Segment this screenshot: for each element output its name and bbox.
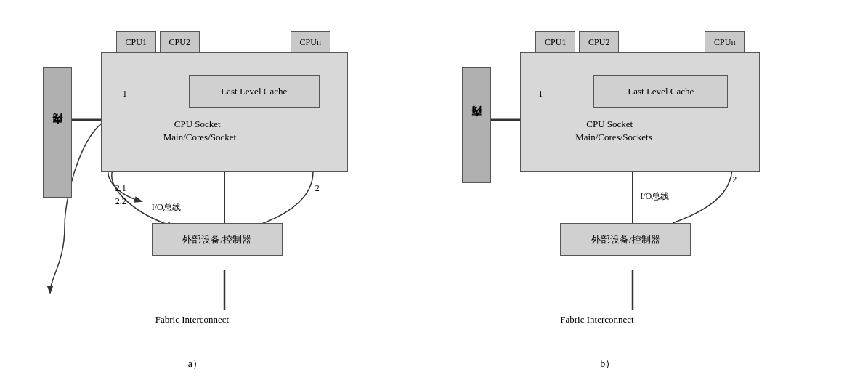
diagram-a: 内存 CPU1 CPU2 CPUn Last Level Cache CPU S… [28, 9, 421, 379]
diagram-a-cpun: CPUn [291, 31, 330, 53]
diagram-b-num1: 1 [538, 89, 543, 100]
diagram-b-fabric: Fabric Interconnect [560, 314, 633, 326]
diagram-b-num2: 2 [732, 174, 737, 185]
diagram-b-socket-box: CPU1 CPU2 CPUn Last Level Cache CPU Sock… [520, 52, 760, 172]
diagram-a-socket-box: CPU1 CPU2 CPUn Last Level Cache CPU Sock… [101, 52, 348, 172]
diagram-a-cpu2: CPU2 [160, 31, 200, 53]
diagram-a-socket-label2: Main/Cores/Socket [163, 132, 236, 143]
diagram-b-cpun: CPUn [705, 31, 745, 53]
diagram-b-io-bus: I/O总线 [640, 190, 669, 203]
diagram-a-llc: Last Level Cache [189, 75, 320, 108]
diagrams-container: 内存 CPU1 CPU2 CPUn Last Level Cache CPU S… [0, 0, 868, 388]
diagram-a-fabric: Fabric Interconnect [155, 314, 229, 326]
diagram-a-label: a） [188, 357, 203, 371]
diagram-a-num2-2: 2.2 [115, 196, 126, 207]
diagram-b-memory: 内存 [462, 67, 491, 183]
diagram-a-socket-label1: CPU Socket [174, 118, 221, 130]
diagram-a-cpu1: CPU1 [116, 31, 156, 53]
diagram-a-num2: 2 [315, 183, 320, 194]
diagram-b-label: b） [600, 357, 615, 371]
diagram-a-io-device: 外部设备/控制器 [152, 223, 283, 256]
diagram-b: 内存 CPU1 CPU2 CPUn Last Level Cache CPU S… [447, 9, 840, 379]
diagram-a-memory: 内存 [43, 67, 72, 198]
diagram-b-llc: Last Level Cache [593, 75, 728, 108]
diagram-b-socket-label2: Main/Cores/Sockets [575, 132, 652, 143]
diagram-b-cpu2: CPU2 [579, 31, 619, 53]
diagram-b-socket-label1: CPU Socket [586, 118, 633, 130]
diagram-a-io-bus: I/O总线 [152, 201, 181, 214]
diagram-b-io-device: 外部设备/控制器 [560, 223, 691, 256]
diagram-a-num2-1: 2.1 [115, 183, 126, 194]
diagram-a-num1: 1 [123, 89, 127, 100]
diagram-b-cpu1: CPU1 [535, 31, 575, 53]
